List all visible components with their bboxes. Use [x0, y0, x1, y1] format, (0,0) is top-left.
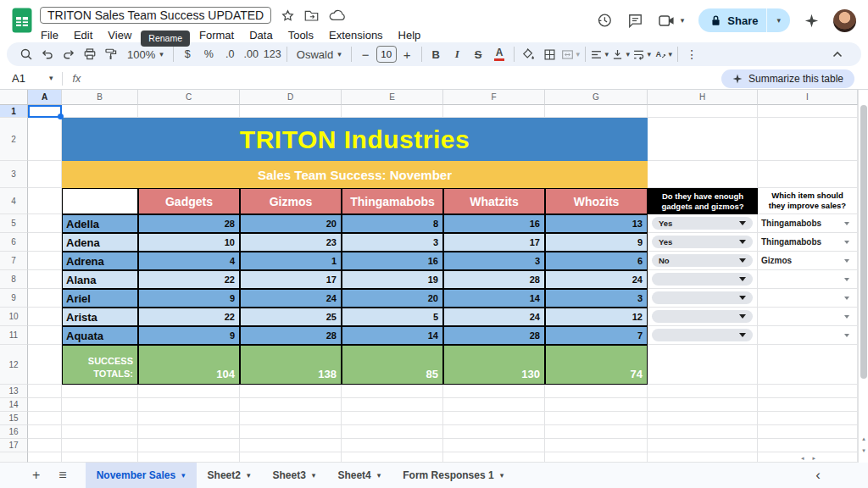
- cell-F1[interactable]: [443, 105, 545, 118]
- tab-sheet2[interactable]: Sheet2▾: [197, 463, 262, 488]
- product-header-gadgets[interactable]: Gadgets: [138, 188, 240, 214]
- cell-E8[interactable]: 19: [342, 270, 443, 289]
- name-alana[interactable]: Alana: [62, 270, 138, 289]
- cell-F5[interactable]: 16: [443, 214, 545, 233]
- cell-H15[interactable]: [648, 412, 758, 425]
- cell-I16[interactable]: [758, 425, 858, 439]
- column-header-B[interactable]: B: [62, 90, 138, 105]
- enough-dropdown-alana[interactable]: [652, 273, 753, 286]
- number-format-button[interactable]: 123: [262, 44, 283, 64]
- cell-C1[interactable]: [138, 105, 240, 118]
- cell-E18[interactable]: [342, 452, 443, 463]
- row-header-4[interactable]: 4: [0, 188, 28, 214]
- tab-sheet4[interactable]: Sheet4▾: [326, 463, 392, 488]
- avatar[interactable]: [833, 9, 856, 32]
- cell-F9[interactable]: 14: [443, 289, 545, 308]
- cell-C13[interactable]: [138, 385, 240, 398]
- row-header-15[interactable]: 15: [0, 412, 28, 425]
- cell-H12[interactable]: [648, 345, 758, 385]
- strikethrough-button[interactable]: S: [468, 44, 489, 64]
- cell-F10[interactable]: 24: [443, 308, 545, 326]
- row-header-3[interactable]: 3: [0, 161, 28, 188]
- cell-F17[interactable]: [443, 439, 545, 452]
- menu-file[interactable]: File: [33, 27, 66, 43]
- cell-A5[interactable]: [28, 214, 62, 233]
- banner-subtitle[interactable]: Sales Team Success: November: [62, 161, 648, 188]
- cell-B14[interactable]: [62, 398, 138, 412]
- cell-D7[interactable]: 1: [240, 252, 342, 270]
- tab-form-responses-1[interactable]: Form Responses 1▾: [392, 463, 515, 488]
- fill-color-button[interactable]: [518, 44, 539, 64]
- cell-E13[interactable]: [342, 385, 443, 398]
- paint-format-button[interactable]: [100, 44, 121, 64]
- cell-H13[interactable]: [648, 385, 758, 398]
- cell-D1[interactable]: [240, 105, 342, 118]
- cell-H6[interactable]: Yes: [648, 233, 758, 252]
- cell-A2[interactable]: [28, 118, 62, 161]
- enough-dropdown-adena[interactable]: Yes: [652, 236, 753, 248]
- cell-B18[interactable]: [62, 452, 138, 463]
- cell-F8[interactable]: 28: [443, 270, 545, 289]
- row-header-18[interactable]: [0, 452, 28, 463]
- cell-D16[interactable]: [240, 425, 342, 439]
- dropdown-arrow-icon[interactable]: [844, 222, 849, 225]
- cell-D8[interactable]: 17: [240, 270, 342, 289]
- column-header-I[interactable]: I: [758, 90, 858, 105]
- enough-dropdown-ariel[interactable]: [652, 291, 753, 304]
- undo-button[interactable]: [36, 44, 58, 64]
- tab-sheet3[interactable]: Sheet3▾: [262, 463, 327, 488]
- improve-dropdown-adrena[interactable]: Gizmos: [758, 252, 858, 270]
- column-header-G[interactable]: G: [545, 90, 648, 105]
- cell-B13[interactable]: [62, 385, 138, 398]
- cell-C10[interactable]: 22: [138, 308, 240, 326]
- improve-dropdown-ariel[interactable]: [758, 289, 858, 308]
- cell-C18[interactable]: [138, 452, 240, 463]
- cell-A17[interactable]: [28, 439, 62, 452]
- cell-D10[interactable]: 25: [240, 308, 342, 326]
- cell-E11[interactable]: 14: [342, 326, 443, 345]
- row-header-9[interactable]: 9: [0, 289, 28, 308]
- cell-D18[interactable]: [240, 452, 342, 463]
- dropdown-arrow-icon[interactable]: [844, 315, 849, 319]
- cell-G7[interactable]: 6: [545, 252, 648, 270]
- cell-C17[interactable]: [138, 439, 240, 452]
- menu-data[interactable]: Data: [242, 27, 280, 43]
- increase-font-size-button[interactable]: +: [397, 44, 418, 64]
- cell-G17[interactable]: [545, 439, 648, 452]
- cell-B4[interactable]: [62, 188, 138, 214]
- comments-icon[interactable]: [627, 13, 643, 29]
- row-header-8[interactable]: 8: [0, 270, 28, 289]
- meet-camera-button[interactable]: ▾: [658, 14, 685, 28]
- chevron-down-icon[interactable]: ▾: [49, 75, 53, 82]
- dropdown-arrow-icon[interactable]: [844, 334, 849, 337]
- gemini-sparkle-icon[interactable]: [804, 14, 819, 28]
- cell-C7[interactable]: 4: [138, 252, 240, 270]
- enough-dropdown-adrena[interactable]: No: [652, 254, 753, 267]
- row-header-16[interactable]: 16: [0, 425, 28, 439]
- cell-A11[interactable]: [28, 326, 62, 345]
- horizontal-align-button[interactable]: ▾: [589, 44, 610, 64]
- cell-E7[interactable]: 16: [342, 252, 443, 270]
- cell-G18[interactable]: [545, 452, 648, 463]
- cell-F14[interactable]: [443, 398, 545, 412]
- cell-C14[interactable]: [138, 398, 240, 412]
- cell-F15[interactable]: [443, 412, 545, 425]
- cell-H7[interactable]: No: [648, 252, 758, 270]
- cell-H9[interactable]: [648, 289, 758, 308]
- chevron-down-icon[interactable]: ▾: [377, 471, 381, 480]
- cell-C8[interactable]: 22: [138, 270, 240, 289]
- cell-E15[interactable]: [342, 412, 443, 425]
- cell-A4[interactable]: [28, 188, 62, 214]
- cell-D15[interactable]: [240, 412, 342, 425]
- cell-A3[interactable]: [28, 161, 62, 188]
- enough-dropdown-adella[interactable]: Yes: [652, 217, 753, 230]
- product-header-gizmos[interactable]: Gizmos: [240, 188, 342, 214]
- column-header-H[interactable]: H: [648, 90, 758, 105]
- cell-G9[interactable]: 3: [545, 289, 648, 308]
- search-button[interactable]: [15, 44, 36, 64]
- column-header-E[interactable]: E: [342, 90, 443, 105]
- improve-dropdown-adena[interactable]: Thingamabobs: [758, 233, 858, 252]
- cell-G10[interactable]: 12: [545, 308, 648, 326]
- cell-C5[interactable]: 28: [138, 214, 240, 233]
- cell-A6[interactable]: [28, 233, 62, 252]
